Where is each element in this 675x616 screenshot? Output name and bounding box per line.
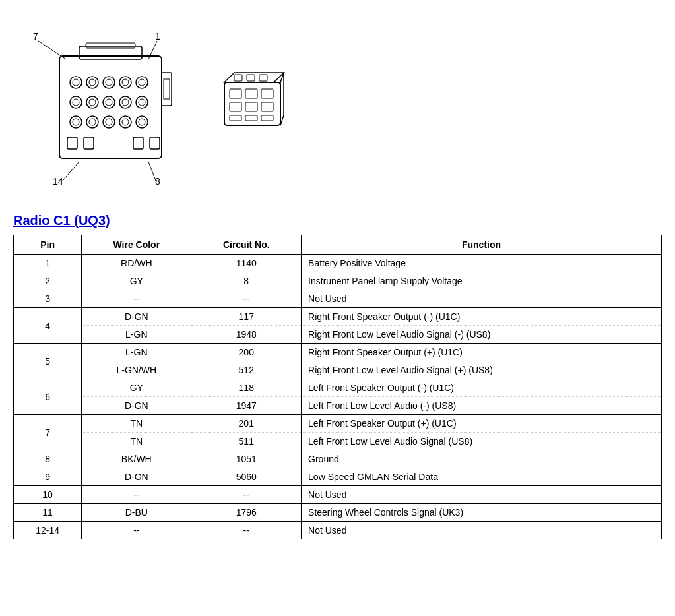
cell-wire-color: L-GN/WH	[82, 361, 191, 379]
svg-point-37	[136, 116, 148, 128]
secondary-connector-diagram	[211, 63, 297, 150]
cell-circuit-no: 511	[191, 433, 302, 450]
svg-point-25	[119, 96, 131, 108]
header-pin: Pin	[14, 235, 82, 255]
cell-pin: 4	[14, 308, 82, 344]
table-row: 7TN201Left Front Speaker Output (+) (U1C…	[14, 415, 662, 433]
svg-point-30	[73, 119, 79, 125]
cell-pin: 11	[14, 504, 82, 522]
cell-wire-color: D-GN	[82, 397, 191, 415]
svg-rect-8	[164, 79, 170, 99]
cell-pin: 1	[14, 255, 82, 272]
svg-point-15	[119, 77, 131, 88]
svg-point-12	[89, 79, 96, 86]
cell-circuit-no: 5060	[191, 468, 302, 486]
cell-circuit-no: 8	[191, 272, 302, 290]
cell-wire-color: BK/WH	[82, 450, 191, 468]
svg-rect-56	[230, 115, 241, 121]
header-function: Function	[302, 235, 662, 255]
cell-wire-color: L-GN	[82, 326, 191, 344]
svg-point-32	[89, 119, 96, 125]
svg-point-23	[103, 96, 115, 108]
cell-function: Low Speed GMLAN Serial Data	[302, 468, 662, 486]
table-row: 10----Not Used	[14, 486, 662, 504]
cell-circuit-no: 200	[191, 344, 302, 361]
svg-point-19	[70, 96, 82, 108]
cell-circuit-no: 1051	[191, 450, 302, 468]
cell-function: Left Front Speaker Output (-) (U1C)	[302, 379, 662, 397]
table-row: 1RD/WH1140Battery Positive Voltage	[14, 255, 662, 272]
svg-rect-52	[261, 89, 273, 98]
svg-rect-50	[230, 89, 241, 98]
cell-wire-color: RD/WH	[82, 255, 191, 272]
table-row: 8BK/WH1051Ground	[14, 450, 662, 468]
table-row: L-GN/WH512Right Front Low Level Audio Si…	[14, 361, 662, 379]
cell-wire-color: --	[82, 290, 191, 308]
cell-pin: 6	[14, 379, 82, 415]
cell-function: Left Front Low Level Audio Signal (US8)	[302, 433, 662, 450]
cell-pin: 7	[14, 415, 82, 450]
cell-circuit-no: --	[191, 486, 302, 504]
svg-line-44	[63, 162, 79, 181]
svg-rect-7	[162, 73, 172, 106]
table-row: 12-14----Not Used	[14, 522, 662, 539]
section-title: Radio C1 (UQ3)	[13, 213, 662, 228]
svg-point-18	[139, 79, 145, 86]
svg-point-11	[86, 77, 98, 88]
svg-rect-42	[150, 137, 160, 149]
svg-rect-6	[86, 43, 135, 48]
svg-point-34	[106, 119, 112, 125]
cell-pin: 12-14	[14, 522, 82, 539]
table-row: 6GY118Left Front Speaker Output (-) (U1C…	[14, 379, 662, 397]
cell-function: Not Used	[302, 486, 662, 504]
svg-rect-54	[245, 102, 257, 111]
connector-diagrams-section: 7 1	[13, 13, 662, 200]
table-row: 5L-GN200Right Front Speaker Output (+) (…	[14, 344, 662, 361]
cell-circuit-no: 118	[191, 379, 302, 397]
cell-pin: 9	[14, 468, 82, 486]
cell-function: Right Front Speaker Output (-) (U1C)	[302, 308, 662, 326]
svg-text:14: 14	[53, 176, 63, 187]
cell-circuit-no: 1947	[191, 397, 302, 415]
svg-rect-41	[133, 137, 143, 149]
table-row: 2GY8Instrunent Panel lamp Supply Voltage	[14, 272, 662, 290]
cell-wire-color: L-GN	[82, 344, 191, 361]
cell-circuit-no: 201	[191, 415, 302, 433]
cell-circuit-no: 1796	[191, 504, 302, 522]
cell-function: Right Front Speaker Output (+) (U1C)	[302, 344, 662, 361]
cell-pin: 2	[14, 272, 82, 290]
cell-function: Not Used	[302, 290, 662, 308]
wiring-table: Pin Wire Color Circuit No. Function 1RD/…	[13, 235, 662, 539]
svg-text:8: 8	[155, 176, 160, 187]
cell-circuit-no: 1948	[191, 326, 302, 344]
table-row: TN511Left Front Low Level Audio Signal (…	[14, 433, 662, 450]
cell-function: Ground	[302, 450, 662, 468]
svg-point-13	[103, 77, 115, 88]
svg-point-16	[122, 79, 129, 86]
cell-wire-color: D-BU	[82, 504, 191, 522]
cell-function: Right Front Low Level Audio Signal (+) (…	[302, 361, 662, 379]
cell-wire-color: D-GN	[82, 468, 191, 486]
svg-point-36	[122, 119, 129, 125]
svg-marker-49	[280, 73, 284, 125]
svg-point-31	[86, 116, 98, 128]
svg-text:7: 7	[33, 31, 38, 42]
cell-wire-color: GY	[82, 379, 191, 397]
svg-rect-60	[247, 75, 255, 81]
cell-function: Left Front Low Level Audio (-) (US8)	[302, 397, 662, 415]
cell-circuit-no: 117	[191, 308, 302, 326]
cell-function: Not Used	[302, 522, 662, 539]
cell-function: Battery Positive Voltage	[302, 255, 662, 272]
cell-wire-color: TN	[82, 433, 191, 450]
cell-wire-color: GY	[82, 272, 191, 290]
cell-function: Left Front Speaker Output (+) (U1C)	[302, 415, 662, 433]
cell-circuit-no: 512	[191, 361, 302, 379]
svg-point-26	[122, 99, 129, 106]
svg-rect-4	[59, 56, 162, 158]
cell-function: Right Front Low Level Audio Signal (-) (…	[302, 326, 662, 344]
svg-point-14	[106, 79, 112, 86]
table-row: 3----Not Used	[14, 290, 662, 308]
svg-point-21	[86, 96, 98, 108]
cell-wire-color: D-GN	[82, 308, 191, 326]
cell-pin: 10	[14, 486, 82, 504]
